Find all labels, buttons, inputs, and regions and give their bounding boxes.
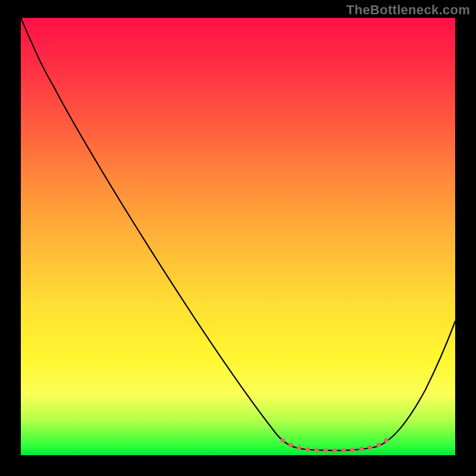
- curve-line: [21, 18, 455, 450]
- curve-highlight-dots: [283, 439, 389, 450]
- plot-area: [21, 18, 455, 455]
- bottleneck-curve: [21, 18, 455, 455]
- watermark-text: TheBottleneck.com: [346, 2, 470, 18]
- chart-frame: TheBottleneck.com: [0, 0, 476, 476]
